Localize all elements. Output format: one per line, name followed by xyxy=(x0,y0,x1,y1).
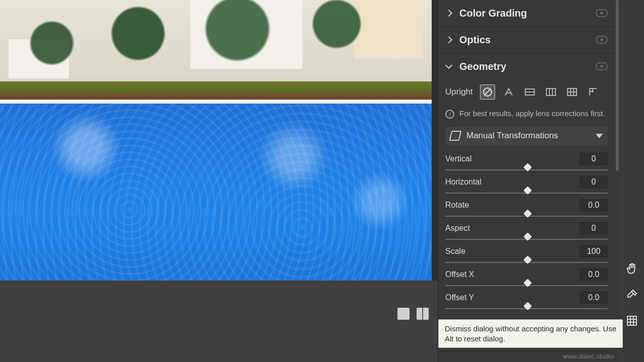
slider-label: Scale xyxy=(445,247,465,256)
slider-rotate: Rotate 0.0 xyxy=(445,199,608,220)
slider-value-input[interactable]: 0.0 xyxy=(580,292,608,304)
info-text: For best results, apply lens corrections… xyxy=(459,109,605,119)
svg-line-1 xyxy=(485,89,491,95)
right-toolbar xyxy=(620,0,644,362)
slider-track[interactable] xyxy=(445,258,608,266)
preview-image[interactable] xyxy=(0,0,438,281)
slider-track[interactable] xyxy=(445,189,608,197)
visibility-toggle-icon[interactable] xyxy=(596,62,608,70)
viewport-footer xyxy=(0,281,438,362)
section-color-grading[interactable]: Color Grading xyxy=(445,0,608,26)
slider-value-input[interactable]: 0.0 xyxy=(580,268,608,281)
slider-value-input[interactable]: 100 xyxy=(580,245,608,257)
view-single-button[interactable] xyxy=(397,308,410,320)
image-viewport xyxy=(0,0,438,362)
slider-track[interactable] xyxy=(445,305,608,313)
slider-value-input[interactable]: 0.0 xyxy=(580,199,608,211)
slider-value-input[interactable]: 0 xyxy=(580,153,608,165)
chevron-down-icon xyxy=(445,63,452,70)
section-geometry[interactable]: Geometry xyxy=(445,53,608,79)
upright-mode-row: Upright xyxy=(445,84,608,100)
svg-rect-15 xyxy=(627,316,636,325)
upright-vertical-button[interactable] xyxy=(543,84,558,100)
slider-track[interactable] xyxy=(445,235,608,243)
slider-value-input[interactable]: 0 xyxy=(580,222,608,234)
info-icon: i xyxy=(445,110,454,119)
slider-aspect: Aspect 0 xyxy=(445,222,608,243)
slider-label: Horizontal xyxy=(445,177,481,187)
cancel-button-tooltip: Dismiss dialog without accepting any cha… xyxy=(438,319,623,348)
svg-rect-4 xyxy=(546,88,555,96)
section-optics[interactable]: Optics xyxy=(445,27,608,53)
slider-horizontal: Horizontal 0 xyxy=(445,176,608,197)
section-title: Color Grading xyxy=(459,8,589,19)
slider-vertical: Vertical 0 xyxy=(445,153,608,174)
adjustments-panel: Color Grading Optics Geometry xyxy=(438,0,620,362)
chevron-right-icon xyxy=(445,36,452,43)
upright-label: Upright xyxy=(445,87,473,97)
view-before-after-button[interactable] xyxy=(417,308,429,320)
slider-offset-x: Offset X 0.0 xyxy=(445,268,608,290)
upright-level-button[interactable] xyxy=(522,84,537,100)
slider-track[interactable] xyxy=(445,282,608,290)
section-title: Optics xyxy=(459,34,589,46)
upright-guided-button[interactable] xyxy=(586,84,601,100)
slider-track[interactable] xyxy=(445,212,608,220)
transform-icon xyxy=(449,131,462,141)
watermark-url: www.datec.studio xyxy=(563,352,614,360)
slider-label: Offset X xyxy=(445,270,474,279)
chevron-right-icon xyxy=(445,10,452,17)
visibility-toggle-icon[interactable] xyxy=(596,9,608,17)
upright-full-button[interactable] xyxy=(565,84,580,100)
slider-offset-y: Offset Y 0.0 xyxy=(445,292,608,313)
eyedropper-tool[interactable] xyxy=(625,288,639,302)
visibility-toggle-icon[interactable] xyxy=(596,36,608,44)
photo-content xyxy=(0,0,432,281)
slider-scale: Scale 100 xyxy=(445,245,608,266)
geometry-info-note: i For best results, apply lens correctio… xyxy=(445,109,608,119)
slider-label: Rotate xyxy=(445,201,469,210)
manual-transformations-header[interactable]: Manual Transformations xyxy=(445,127,608,145)
upright-auto-button[interactable] xyxy=(501,84,516,100)
slider-track[interactable] xyxy=(445,166,608,174)
slider-label: Offset Y xyxy=(445,293,474,302)
section-title: Geometry xyxy=(459,61,589,72)
slider-label: Aspect xyxy=(445,224,470,233)
slider-label: Vertical xyxy=(445,154,471,163)
manual-transformations-title: Manual Transformations xyxy=(466,131,590,141)
upright-off-button[interactable] xyxy=(480,84,495,100)
grid-tool[interactable] xyxy=(625,314,639,328)
dropdown-caret-icon[interactable] xyxy=(596,134,603,138)
slider-value-input[interactable]: 0 xyxy=(580,176,608,188)
hand-tool[interactable] xyxy=(625,261,639,276)
